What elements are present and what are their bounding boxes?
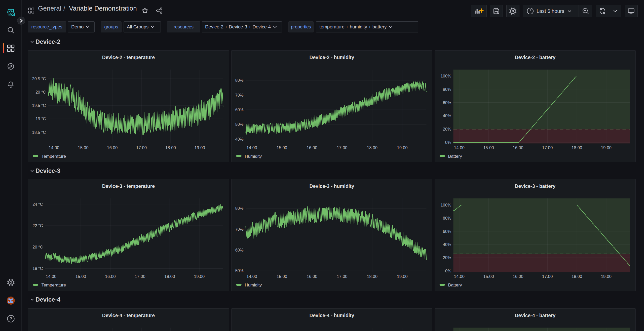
svg-text:18:00: 18:00 (164, 274, 175, 279)
svg-text:18:00: 18:00 (367, 145, 377, 150)
svg-text:18:00: 18:00 (572, 274, 582, 279)
svg-text:14:00: 14:00 (46, 274, 56, 279)
svg-text:20%: 20% (443, 127, 451, 131)
svg-text:22 °C: 22 °C (32, 223, 43, 228)
svg-text:Battery: Battery (448, 154, 462, 159)
svg-text:Battery: Battery (448, 282, 462, 287)
svg-text:Device-3 - humidity: Device-3 - humidity (310, 183, 354, 189)
svg-text:16:00: 16:00 (513, 145, 523, 150)
svg-text:50%: 50% (235, 268, 244, 273)
svg-text:80%: 80% (443, 216, 451, 220)
svg-text:40%: 40% (235, 137, 244, 141)
svg-text:16:00: 16:00 (307, 145, 317, 150)
svg-text:17:00: 17:00 (542, 145, 553, 150)
svg-text:Device-2 - temperature: Device-2 - temperature (102, 55, 155, 60)
svg-text:20%: 20% (443, 255, 451, 260)
svg-text:17:00: 17:00 (337, 274, 347, 279)
svg-text:60%: 60% (443, 100, 451, 105)
svg-text:24 °C: 24 °C (32, 202, 43, 206)
svg-text:15:00: 15:00 (78, 145, 88, 150)
svg-text:14:00: 14:00 (49, 145, 59, 150)
svg-text:100%: 100% (441, 74, 451, 78)
svg-text:19:00: 19:00 (194, 274, 205, 279)
svg-text:14:00: 14:00 (246, 145, 257, 150)
svg-text:70%: 70% (235, 93, 244, 97)
svg-text:20 °C: 20 °C (32, 245, 43, 249)
svg-text:18:00: 18:00 (165, 145, 176, 150)
svg-text:Temperature: Temperature (42, 154, 66, 159)
svg-text:14:00: 14:00 (454, 145, 465, 150)
svg-text:50%: 50% (235, 122, 244, 127)
svg-text:19:00: 19:00 (397, 145, 407, 150)
svg-text:80%: 80% (443, 87, 451, 92)
svg-text:60%: 60% (235, 107, 244, 112)
svg-text:14:00: 14:00 (246, 274, 257, 279)
svg-text:18 °C: 18 °C (32, 266, 43, 271)
svg-text:15:00: 15:00 (277, 145, 287, 150)
svg-text:Device-4 - temperature: Device-4 - temperature (102, 313, 155, 318)
svg-text:18:00: 18:00 (572, 145, 582, 150)
svg-text:16:00: 16:00 (513, 274, 523, 279)
svg-text:70%: 70% (235, 227, 244, 231)
svg-text:17:00: 17:00 (542, 274, 553, 279)
svg-text:?: ? (9, 316, 12, 321)
svg-text:80%: 80% (235, 206, 244, 211)
svg-text:100%: 100% (441, 203, 451, 207)
svg-text:16:00: 16:00 (307, 274, 317, 279)
svg-text:16:00: 16:00 (105, 274, 116, 279)
svg-text:60%: 60% (235, 248, 244, 252)
svg-text:20.5 °C: 20.5 °C (32, 76, 46, 81)
svg-text:14:00: 14:00 (454, 274, 465, 279)
svg-text:18.5 °C: 18.5 °C (32, 130, 46, 135)
svg-text:17:00: 17:00 (136, 145, 147, 150)
svg-text:Humidity: Humidity (245, 282, 262, 287)
svg-text:15:00: 15:00 (75, 274, 86, 279)
svg-text:Temperature: Temperature (42, 282, 66, 287)
svg-text:17:00: 17:00 (135, 274, 145, 279)
svg-text:15:00: 15:00 (483, 274, 494, 279)
svg-text:60%: 60% (443, 229, 451, 234)
svg-text:0%: 0% (445, 269, 451, 273)
svg-text:19:00: 19:00 (194, 145, 205, 150)
svg-text:19 °C: 19 °C (35, 116, 46, 121)
svg-text:19.5 °C: 19.5 °C (32, 103, 46, 108)
svg-text:80%: 80% (235, 78, 244, 82)
svg-text:Device-3 - battery: Device-3 - battery (515, 183, 556, 189)
svg-text:15:00: 15:00 (483, 145, 494, 150)
svg-text:40%: 40% (443, 242, 451, 247)
svg-text:40%: 40% (443, 113, 451, 118)
svg-text:19:00: 19:00 (601, 145, 612, 150)
svg-text:Device-4 - humidity: Device-4 - humidity (310, 313, 354, 318)
svg-text:19:00: 19:00 (601, 274, 612, 279)
svg-text:15:00: 15:00 (277, 274, 287, 279)
svg-text:17:00: 17:00 (337, 145, 347, 150)
svg-text:Device-3 - temperature: Device-3 - temperature (102, 183, 155, 189)
svg-text:19:00: 19:00 (397, 274, 407, 279)
svg-text:Device-2 - battery: Device-2 - battery (515, 55, 556, 60)
svg-text:Device-2 - humidity: Device-2 - humidity (310, 55, 354, 60)
svg-text:16:00: 16:00 (107, 145, 118, 150)
svg-text:Device-4 - battery: Device-4 - battery (515, 313, 556, 318)
svg-text:18:00: 18:00 (367, 274, 377, 279)
svg-text:20 °C: 20 °C (35, 90, 46, 94)
svg-text:0%: 0% (445, 140, 451, 145)
svg-text:Humidity: Humidity (245, 154, 262, 159)
